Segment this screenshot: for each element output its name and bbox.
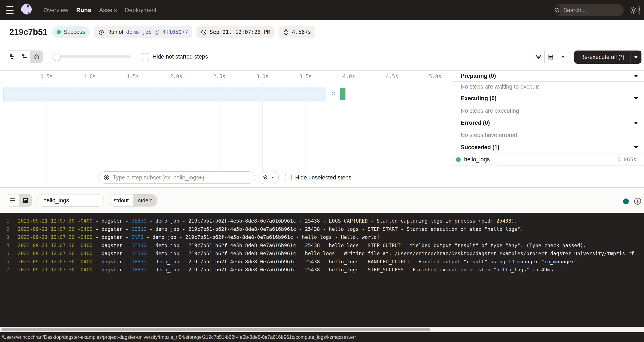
log-line: 2023-09-21 12:07:30 -0400 - dagster - DE… (18, 258, 644, 266)
graph-query-toggle-button[interactable] (259, 171, 279, 184)
run-of-prefix: Run of (107, 29, 124, 35)
horizontal-scrollbar[interactable] (0, 327, 644, 332)
layers-icon (262, 174, 268, 181)
gantt-chart: Hide unselected steps (0, 82, 452, 187)
gantt-flat-view-button[interactable] (6, 51, 18, 62)
clock-icon (201, 29, 207, 35)
slider-track[interactable] (53, 56, 131, 58)
run-of-pill: Run of demo_job @ 4f105077 (94, 26, 192, 38)
reexecute-all-label: Re-execute all (*) (574, 54, 630, 60)
axis-tick: 1.5s (127, 74, 139, 80)
split-panels-button[interactable] (544, 51, 557, 63)
log-line: 2023-09-21 12:07:30 -0400 - dagster - DE… (18, 225, 644, 233)
run-header: 219c7b51 Success Run of demo_job @ 4f105… (0, 20, 644, 44)
nav-links: Overview Runs Assets Deployment (44, 0, 156, 20)
line-number: 1 (0, 217, 9, 225)
caret-down-icon (634, 56, 638, 58)
log-lines: 2023-09-21 12:07:30 -0400 - dagster - DE… (18, 217, 644, 274)
panel-collapse-up-icon (560, 54, 566, 60)
log-path-status-bar: /Users/erincochran/Desktop/dagster-examp… (0, 332, 644, 342)
collapse-panel-down-button[interactable] (532, 51, 544, 63)
axis-tick: 3.0s (256, 74, 268, 80)
slider-knob[interactable] (53, 53, 61, 61)
job-name-link[interactable]: demo_job (126, 29, 152, 35)
log-toolbar-right (623, 197, 642, 206)
section-title: Executing (0) (461, 95, 497, 102)
flat-view-icon (9, 53, 16, 60)
step-subset-input-wrap (98, 172, 255, 184)
panel-collapse-down-icon (535, 54, 542, 60)
step-output-marker[interactable] (332, 92, 335, 95)
tab-stderr[interactable]: stderr (133, 194, 157, 206)
gantt-timed-view-button[interactable] (30, 51, 43, 62)
step-bar-hello-logs[interactable] (340, 88, 346, 100)
gridline (392, 82, 392, 184)
section-header-succeeded[interactable]: Succeeded (1) (452, 142, 644, 154)
step-waiting-dotted-line (5, 94, 325, 94)
line-number: 4 (0, 242, 9, 250)
empty-state-text: No steps are executing (461, 108, 519, 114)
section-header-errored[interactable]: Errored (0) (452, 117, 644, 129)
axis-tick: 2.5s (213, 74, 226, 80)
line-number: 6 (0, 258, 9, 266)
live-indicator-dot (623, 198, 629, 204)
nav-item-assets[interactable]: Assets (99, 7, 117, 14)
tab-stdout[interactable]: stdout (109, 194, 133, 206)
snapshot-id-link[interactable]: 4f105077 (162, 29, 188, 35)
log-line: 2023-09-21 12:07:30 -0400 - dagster - DE… (18, 242, 644, 250)
section-header-preparing[interactable]: Preparing (0) (452, 70, 644, 82)
log-line-numbers: 1 2 3 4 5 6 7 (0, 217, 9, 274)
gantt-toolbar-right: Re-execute all (*) (532, 50, 642, 64)
search-box[interactable]: / (554, 4, 624, 16)
gantt-waterfall-view-button[interactable] (18, 51, 30, 62)
download-icon[interactable] (634, 197, 642, 206)
log-line: 2023-09-21 12:07:30 -0400 - dagster - DE… (18, 266, 644, 274)
run-id-title: 219c7b51 (9, 27, 47, 37)
dagster-octopus-icon (20, 4, 34, 17)
step-waiting-band (4, 87, 326, 102)
search-input[interactable] (560, 7, 638, 14)
section-header-executing[interactable]: Executing (0) (452, 92, 644, 105)
log-step-filter (37, 194, 104, 206)
gantt-section: Hide not started steps (0, 44, 644, 187)
run-duration: 4.567s (292, 29, 311, 35)
status-label: Success (64, 29, 85, 35)
menu-icon[interactable] (6, 6, 14, 14)
log-line: 2023-09-21 12:07:30 -0400 - dagster - DE… (18, 217, 644, 225)
section-empty-errored: No steps have errored (452, 129, 644, 142)
hide-not-started-checkbox[interactable] (142, 53, 149, 60)
nav-item-runs[interactable]: Runs (76, 7, 91, 14)
line-number: 5 (0, 250, 9, 258)
op-selector-icon (103, 174, 110, 181)
reexecute-all-button[interactable]: Re-execute all (*) (574, 50, 642, 64)
search-icon-circle (554, 4, 560, 16)
line-number: 3 (0, 233, 9, 242)
axis-tick: 0.5s (40, 74, 53, 80)
structured-log-view-button[interactable] (6, 194, 19, 206)
step-subset-input[interactable] (98, 172, 255, 184)
nav-item-overview[interactable]: Overview (44, 7, 68, 14)
dagster-logo[interactable] (20, 4, 34, 17)
hide-unselected-label: Hide unselected steps (295, 174, 352, 181)
status-dot-icon (57, 30, 61, 34)
caret-down-icon (634, 97, 638, 100)
run-status-badge: Success (52, 26, 90, 38)
hide-unselected-checkbox[interactable] (284, 174, 292, 181)
reexecute-dropdown-button[interactable] (630, 50, 642, 64)
axis-tick: 4.5s (386, 74, 398, 80)
nav-item-deployment[interactable]: Deployment (125, 7, 156, 14)
gantt-zoom-slider[interactable] (53, 50, 131, 63)
console-icon (22, 197, 29, 204)
axis-tick: 3.5s (300, 74, 312, 80)
history-icon (98, 29, 104, 35)
run-timestamp-pill: Sep 21, 12:07:26 PM (196, 26, 274, 38)
raw-log-view-button[interactable] (19, 194, 32, 206)
line-number: 2 (0, 225, 9, 233)
log-toolbar: stdout stderr (0, 188, 644, 213)
collapse-panel-up-button[interactable] (557, 51, 569, 63)
log-step-filter-input[interactable] (37, 194, 104, 206)
caret-down-icon (634, 146, 638, 148)
scrollbar-thumb[interactable] (1, 328, 430, 331)
succeeded-step-row[interactable]: hello_logs 0.065s (452, 154, 644, 166)
search-shortcut-key: / (638, 6, 640, 15)
